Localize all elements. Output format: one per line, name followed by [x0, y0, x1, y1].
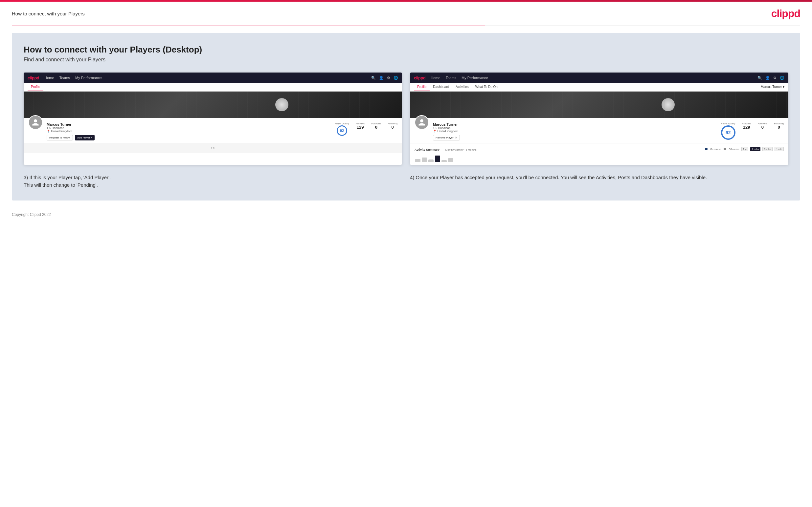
player-country-left: 📍 United Kingdom — [47, 130, 331, 133]
activity-summary: Activity Summary Monthly Activity · 6 Mo… — [410, 143, 789, 165]
header-divider — [12, 25, 800, 26]
stat-followers-left: Followers 0 — [371, 122, 381, 130]
globe-icon-right: 🌐 — [780, 76, 784, 80]
mock-nav-icons-left: 🔍 👤 ⚙ 🌐 — [371, 76, 398, 80]
page-title: How to connect with your Players (Deskto… — [23, 45, 789, 55]
player-quality-left: Player Quality 92 — [335, 122, 349, 136]
scissors-icon: ✂ — [211, 146, 215, 151]
mock-nav-home-right: Home — [430, 76, 440, 80]
activity-header: Activity Summary Monthly Activity · 6 Mo… — [414, 146, 784, 152]
clippd-logo: clippd — [771, 8, 800, 20]
mock-stats-right: Player Quality 92 Activities 129 Followe… — [721, 121, 784, 140]
player-handicap-left: 1-5 Handicap — [47, 126, 331, 130]
player-handicap-right: 1-5 Handicap — [433, 126, 717, 130]
off-course-label: Off course — [729, 148, 740, 150]
mock-nav-home-left: Home — [44, 76, 54, 80]
quality-circle-left: 92 — [337, 125, 347, 136]
activity-chart — [414, 154, 784, 162]
chart-legend: On course Off course — [705, 148, 739, 150]
period-6mths-button[interactable]: 6 mths — [750, 147, 760, 151]
avatar-left — [28, 115, 43, 130]
user-icon-right: 👤 — [765, 76, 770, 80]
stat-activities-right: Activities 129 — [742, 122, 751, 130]
request-follow-button[interactable]: Request to Follow — [47, 135, 73, 140]
mock-action-buttons-left: Request to Follow Add Player + — [47, 135, 331, 140]
player-country-right: 📍 United Kingdom — [433, 130, 717, 133]
mock-nav-teams-left: Teams — [59, 76, 70, 80]
chart-bar-5 — [442, 160, 447, 162]
chart-bar-4 — [435, 156, 440, 162]
stat-following-right: Following 0 — [774, 122, 784, 130]
period-1yr-button[interactable]: 1 yr — [742, 147, 749, 151]
player-name-right: Marcus Turner — [433, 122, 717, 126]
tab-profile-left[interactable]: Profile — [28, 83, 43, 91]
chart-bar-6 — [448, 158, 453, 162]
mock-edit-area-left: ✂ — [23, 143, 402, 153]
description-text-left: 3) If this is your Player tap, 'Add Play… — [23, 174, 402, 189]
screenshot-left: clippd Home Teams My Performance 🔍 👤 ⚙ 🌐… — [23, 72, 402, 165]
globe-icon: 🌐 — [394, 76, 398, 80]
monthly-activity-label: Monthly Activity · 6 Months — [445, 148, 476, 151]
activity-labels: Activity Summary Monthly Activity · 6 Mo… — [414, 146, 476, 152]
mock-nav-myperformance-right: My Performance — [461, 76, 488, 80]
tab-what-to-do-right[interactable]: What To Do On — [472, 83, 501, 91]
description-left: 3) If this is your Player tap, 'Add Play… — [23, 174, 402, 189]
page-subtitle: Find and connect with your Players — [23, 57, 789, 63]
avatar-right — [414, 115, 429, 130]
mock-logo-left: clippd — [28, 75, 39, 80]
mock-profile-right: Marcus Turner 1-5 Handicap 📍 United King… — [410, 118, 789, 143]
mock-stats-left: Player Quality 92 Activities 129 Followe… — [335, 121, 398, 136]
main-content: How to connect with your Players (Deskto… — [12, 33, 800, 201]
mock-tabs-left: Profile — [23, 83, 402, 92]
tab-user-right[interactable]: Marcus Turner ▾ — [761, 83, 784, 91]
screenshot-right: clippd Home Teams My Performance 🔍 👤 ⚙ 🌐… — [410, 72, 789, 165]
quality-circle-right: 92 — [721, 125, 735, 140]
add-player-button[interactable]: Add Player + — [75, 135, 95, 140]
period-1mth-button[interactable]: 1 mth — [774, 147, 784, 151]
period-3mths-button[interactable]: 3 mths — [762, 147, 773, 151]
player-quality-right: Player Quality 92 — [721, 122, 735, 140]
mock-nav-left: clippd Home Teams My Performance 🔍 👤 ⚙ 🌐 — [23, 72, 402, 83]
descriptions-row: 3) If this is your Player tap, 'Add Play… — [23, 174, 789, 189]
mock-action-buttons-right: Remove Player ✕ — [433, 135, 717, 140]
chart-bar-1 — [415, 159, 420, 162]
mock-nav-teams-right: Teams — [446, 76, 456, 80]
stat-activities-left: Activities 129 — [356, 122, 365, 130]
tab-dashboard-right[interactable]: Dashboard — [429, 83, 452, 91]
settings-icon: ⚙ — [387, 76, 390, 80]
search-icon-right: 🔍 — [757, 76, 762, 80]
activity-controls: On course Off course 1 yr 6 mths 3 mths … — [705, 147, 784, 151]
footer: Copyright Clippd 2022 — [0, 207, 812, 222]
mock-profile-info-right: Marcus Turner 1-5 Handicap 📍 United King… — [433, 121, 717, 140]
mock-hero-left — [23, 92, 402, 118]
chart-bar-3 — [428, 160, 434, 162]
header: How to connect with your Players clippd — [0, 2, 812, 25]
mock-hero-right — [410, 92, 789, 118]
player-name-left: Marcus Turner — [47, 122, 331, 126]
mock-logo-right: clippd — [414, 75, 425, 80]
tab-activities-right[interactable]: Activities — [452, 83, 472, 91]
close-icon: ✕ — [455, 136, 457, 139]
description-right: 4) Once your Player has accepted your re… — [410, 174, 789, 189]
off-course-legend-dot — [724, 148, 726, 150]
mock-nav-icons-right: 🔍 👤 ⚙ 🌐 — [757, 76, 784, 80]
activity-summary-label: Activity Summary — [414, 148, 440, 151]
mock-nav-myperformance-left: My Performance — [75, 76, 102, 80]
remove-player-button[interactable]: Remove Player ✕ — [433, 135, 460, 140]
mock-nav-right: clippd Home Teams My Performance 🔍 👤 ⚙ 🌐 — [410, 72, 789, 83]
screenshots-row: clippd Home Teams My Performance 🔍 👤 ⚙ 🌐… — [23, 72, 789, 165]
mock-profile-left: Marcus Turner 1-5 Handicap 📍 United King… — [23, 118, 402, 143]
settings-icon-right: ⚙ — [773, 76, 776, 80]
stat-following-left: Following 0 — [388, 122, 398, 130]
mock-tabs-right: Profile Dashboard Activities What To Do … — [410, 83, 789, 92]
search-icon: 🔍 — [371, 76, 376, 80]
location-icon-left: 📍 — [47, 130, 50, 133]
on-course-legend-dot — [705, 148, 708, 150]
mock-profile-info-left: Marcus Turner 1-5 Handicap 📍 United King… — [47, 121, 331, 140]
chart-bar-2 — [422, 158, 427, 162]
on-course-label: On course — [710, 148, 721, 150]
stat-followers-right: Followers 0 — [757, 122, 767, 130]
breadcrumb: How to connect with your Players — [12, 11, 85, 16]
tab-profile-right[interactable]: Profile — [414, 83, 429, 91]
user-icon: 👤 — [379, 76, 384, 80]
